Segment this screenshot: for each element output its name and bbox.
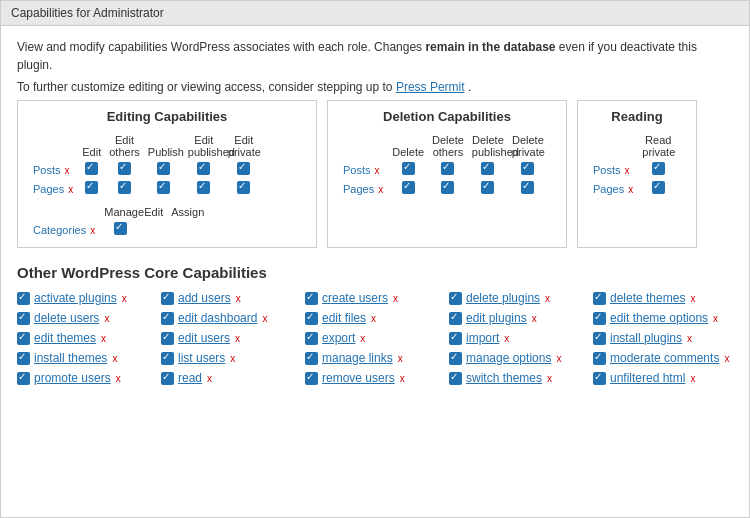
editing-posts-edit-published[interactable]	[184, 160, 224, 179]
reading-posts-remove[interactable]: x	[625, 165, 630, 176]
cap-remove[interactable]: x	[230, 353, 235, 364]
editing-pages-remove[interactable]: x	[68, 184, 73, 195]
cap-remove[interactable]: x	[101, 333, 106, 344]
cap-remove[interactable]: x	[104, 313, 109, 324]
cap-remove[interactable]: x	[504, 333, 509, 344]
cap-checkbox[interactable]	[161, 372, 174, 385]
cap-remove[interactable]: x	[690, 293, 695, 304]
editing-pages-edit-private[interactable]	[224, 179, 264, 198]
cap-remove[interactable]: x	[545, 293, 550, 304]
deletion-posts-delete[interactable]	[388, 160, 428, 179]
cap-checkbox[interactable]	[449, 352, 462, 365]
cap-link[interactable]: add users	[178, 291, 231, 305]
cap-checkbox[interactable]	[593, 292, 606, 305]
cap-checkbox[interactable]	[593, 332, 606, 345]
cap-remove[interactable]: x	[116, 373, 121, 384]
cap-link[interactable]: list users	[178, 351, 225, 365]
editing-pages-edit-others[interactable]	[105, 179, 144, 198]
editing-categories-link[interactable]: Categories	[33, 224, 86, 236]
cap-link[interactable]: edit files	[322, 311, 366, 325]
cap-remove[interactable]: x	[235, 333, 240, 344]
cap-checkbox[interactable]	[305, 372, 318, 385]
cap-link[interactable]: edit theme options	[610, 311, 708, 325]
cap-checkbox[interactable]	[161, 332, 174, 345]
cap-link[interactable]: edit plugins	[466, 311, 527, 325]
cap-link[interactable]: promote users	[34, 371, 111, 385]
cap-remove[interactable]: x	[690, 373, 695, 384]
cap-remove[interactable]: x	[393, 293, 398, 304]
deletion-posts-remove[interactable]: x	[375, 165, 380, 176]
cap-link[interactable]: create users	[322, 291, 388, 305]
cap-link[interactable]: delete users	[34, 311, 99, 325]
editing-posts-publish[interactable]	[144, 160, 184, 179]
cap-checkbox[interactable]	[593, 312, 606, 325]
cap-remove[interactable]: x	[371, 313, 376, 324]
cap-checkbox[interactable]	[161, 312, 174, 325]
cap-checkbox[interactable]	[593, 352, 606, 365]
cap-link[interactable]: remove users	[322, 371, 395, 385]
cap-remove[interactable]: x	[687, 333, 692, 344]
cap-checkbox[interactable]	[449, 292, 462, 305]
cap-checkbox[interactable]	[17, 352, 30, 365]
editing-pages-edit-published[interactable]	[184, 179, 224, 198]
deletion-pages-delete[interactable]	[388, 179, 428, 198]
editing-posts-edit-others[interactable]	[105, 160, 144, 179]
cap-remove[interactable]: x	[360, 333, 365, 344]
editing-posts-remove[interactable]: x	[65, 165, 70, 176]
cap-checkbox[interactable]	[161, 292, 174, 305]
reading-posts-read-private[interactable]	[638, 160, 678, 179]
cap-checkbox[interactable]	[305, 352, 318, 365]
cap-link[interactable]: edit dashboard	[178, 311, 257, 325]
cap-link[interactable]: edit themes	[34, 331, 96, 345]
deletion-posts-delete-published[interactable]	[468, 160, 508, 179]
cap-link[interactable]: edit users	[178, 331, 230, 345]
cap-link[interactable]: moderate comments	[610, 351, 719, 365]
cap-remove[interactable]: x	[112, 353, 117, 364]
deletion-pages-delete-private[interactable]	[508, 179, 548, 198]
deletion-posts-delete-private[interactable]	[508, 160, 548, 179]
cap-remove[interactable]: x	[547, 373, 552, 384]
editing-posts-edit-private[interactable]	[224, 160, 264, 179]
editing-pages-link[interactable]: Pages	[33, 183, 64, 195]
editing-posts-edit[interactable]	[78, 160, 105, 179]
cap-link[interactable]: import	[466, 331, 499, 345]
editing-categories-remove[interactable]: x	[90, 225, 95, 236]
cap-remove[interactable]: x	[724, 353, 729, 364]
reading-posts-link[interactable]: Posts	[593, 164, 621, 176]
cap-link[interactable]: manage links	[322, 351, 393, 365]
cap-remove[interactable]: x	[207, 373, 212, 384]
cap-checkbox[interactable]	[449, 312, 462, 325]
cap-checkbox[interactable]	[17, 312, 30, 325]
cap-link[interactable]: export	[322, 331, 355, 345]
cap-remove[interactable]: x	[262, 313, 267, 324]
cap-link[interactable]: install themes	[34, 351, 107, 365]
deletion-pages-remove[interactable]: x	[378, 184, 383, 195]
cap-remove[interactable]: x	[713, 313, 718, 324]
cap-checkbox[interactable]	[593, 372, 606, 385]
cap-remove[interactable]: x	[400, 373, 405, 384]
cap-remove[interactable]: x	[398, 353, 403, 364]
cap-remove[interactable]: x	[122, 293, 127, 304]
deletion-posts-delete-others[interactable]	[428, 160, 468, 179]
editing-pages-publish[interactable]	[144, 179, 184, 198]
cap-checkbox[interactable]	[17, 332, 30, 345]
cap-checkbox[interactable]	[449, 372, 462, 385]
reading-pages-read-private[interactable]	[638, 179, 678, 198]
press-permit-link[interactable]: Press Permit	[396, 80, 465, 94]
cap-link[interactable]: unfiltered html	[610, 371, 685, 385]
cap-remove[interactable]: x	[532, 313, 537, 324]
cap-link[interactable]: install plugins	[610, 331, 682, 345]
reading-pages-link[interactable]: Pages	[593, 183, 624, 195]
cap-link[interactable]: read	[178, 371, 202, 385]
reading-pages-remove[interactable]: x	[628, 184, 633, 195]
deletion-pages-delete-others[interactable]	[428, 179, 468, 198]
cap-checkbox[interactable]	[17, 372, 30, 385]
cap-link[interactable]: manage options	[466, 351, 551, 365]
cap-remove[interactable]: x	[236, 293, 241, 304]
cap-checkbox[interactable]	[305, 312, 318, 325]
cap-link[interactable]: switch themes	[466, 371, 542, 385]
cap-checkbox[interactable]	[17, 292, 30, 305]
cap-remove[interactable]: x	[556, 353, 561, 364]
cap-checkbox[interactable]	[305, 292, 318, 305]
editing-categories-manage[interactable]	[100, 220, 140, 239]
